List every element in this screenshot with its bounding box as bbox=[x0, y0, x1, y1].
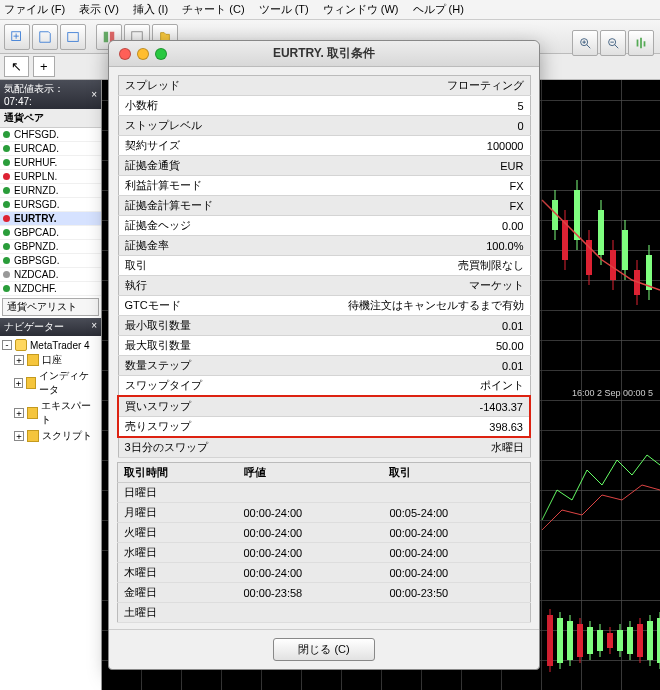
symbol-row[interactable]: EURSGD. bbox=[0, 198, 101, 212]
spec-value: 0.00 bbox=[261, 216, 530, 236]
quote-cell: 00:00-24:00 bbox=[238, 503, 384, 523]
menu-view[interactable]: 表示 (V) bbox=[79, 2, 119, 17]
spec-value: 0.01 bbox=[261, 356, 530, 376]
close-button[interactable]: 閉じる (C) bbox=[273, 638, 374, 661]
spec-value: 398.63 bbox=[261, 417, 530, 438]
direction-icon bbox=[3, 285, 10, 292]
spec-row: 証拠金計算モードFX bbox=[118, 196, 530, 216]
spec-key: ストップレベル bbox=[118, 116, 261, 136]
spec-row: 契約サイズ100000 bbox=[118, 136, 530, 156]
spec-key: 小数桁 bbox=[118, 96, 261, 116]
expand-icon[interactable]: + bbox=[14, 355, 24, 365]
dialog-titlebar[interactable]: EURTRY. 取引条件 bbox=[109, 41, 539, 67]
menu-help[interactable]: ヘルプ (H) bbox=[413, 2, 464, 17]
hours-row: 土曜日 bbox=[118, 603, 531, 623]
svg-rect-3 bbox=[68, 32, 79, 41]
nav-node[interactable]: +インディケータ bbox=[2, 368, 99, 398]
day-cell: 土曜日 bbox=[118, 603, 238, 623]
expand-icon[interactable]: + bbox=[14, 378, 23, 388]
nav-root[interactable]: -MetaTrader 4 bbox=[2, 338, 99, 352]
menu-tools[interactable]: ツール (T) bbox=[259, 2, 309, 17]
zoom-out-icon[interactable] bbox=[600, 30, 626, 56]
new-chart-icon[interactable] bbox=[4, 24, 30, 50]
nav-node[interactable]: +口座 bbox=[2, 352, 99, 368]
symbol-row[interactable]: EURCAD. bbox=[0, 142, 101, 156]
spec-key: 3日分のスワップ bbox=[118, 437, 261, 458]
spec-key: 証拠金率 bbox=[118, 236, 261, 256]
symbol-row[interactable]: NZDCAD. bbox=[0, 268, 101, 282]
col-time: 取引時間 bbox=[118, 463, 238, 483]
menu-insert[interactable]: 挿入 (I) bbox=[133, 2, 168, 17]
expand-icon[interactable]: + bbox=[14, 408, 24, 418]
symbol-row[interactable]: GBPCAD. bbox=[0, 226, 101, 240]
menu-chart[interactable]: チャート (C) bbox=[182, 2, 244, 17]
symbol-name: NZDCAD. bbox=[14, 269, 58, 280]
spec-value: ポイント bbox=[261, 376, 530, 397]
spec-value: 水曜日 bbox=[261, 437, 530, 458]
spec-key: 利益計算モード bbox=[118, 176, 261, 196]
folder-icon bbox=[27, 354, 39, 366]
trade-cell: 00:00-24:00 bbox=[383, 543, 530, 563]
symbol-list: CHFSGD.EURCAD.EURHUF.EURPLN.EURNZD.EURSG… bbox=[0, 128, 101, 296]
trade-cell: 00:05-24:00 bbox=[383, 503, 530, 523]
spec-value: FX bbox=[261, 176, 530, 196]
chart-type-icon[interactable] bbox=[628, 30, 654, 56]
spec-value: 100.0% bbox=[261, 236, 530, 256]
day-cell: 金曜日 bbox=[118, 583, 238, 603]
symbol-name: EURPLN. bbox=[14, 171, 57, 182]
hours-header-row: 取引時間呼値取引 bbox=[118, 463, 531, 483]
trade-cell bbox=[383, 483, 530, 503]
symbol-row[interactable]: NZDCHF. bbox=[0, 282, 101, 296]
save-icon[interactable] bbox=[32, 24, 58, 50]
hours-row: 日曜日 bbox=[118, 483, 531, 503]
spec-value: -1403.37 bbox=[261, 396, 530, 417]
direction-icon bbox=[3, 257, 10, 264]
spec-row: 証拠金ヘッジ0.00 bbox=[118, 216, 530, 236]
trading-hours-table: 取引時間呼値取引日曜日月曜日00:00-24:0000:05-24:00火曜日0… bbox=[117, 462, 531, 623]
quote-cell bbox=[238, 603, 384, 623]
spec-table: スプレッドフローティング小数桁5ストップレベル0契約サイズ100000証拠金通貨… bbox=[117, 75, 531, 458]
direction-icon bbox=[3, 131, 10, 138]
symbol-name: EURHUF. bbox=[14, 157, 57, 168]
symbol-row[interactable]: EURNZD. bbox=[0, 184, 101, 198]
spec-row: 執行マーケット bbox=[118, 276, 530, 296]
direction-icon bbox=[3, 201, 10, 208]
profile-icon[interactable] bbox=[60, 24, 86, 50]
market-watch-close-icon[interactable]: × bbox=[91, 89, 97, 100]
folder-icon bbox=[27, 407, 39, 419]
menu-window[interactable]: ウィンドウ (W) bbox=[323, 2, 399, 17]
spec-value: EUR bbox=[261, 156, 530, 176]
cursor-icon[interactable]: ↖ bbox=[4, 56, 29, 77]
spec-key: 取引 bbox=[118, 256, 261, 276]
zoom-in-icon[interactable] bbox=[572, 30, 598, 56]
symbol-row[interactable]: EURPLN. bbox=[0, 170, 101, 184]
symbol-row[interactable]: EURHUF. bbox=[0, 156, 101, 170]
symbol-row[interactable]: GBPNZD. bbox=[0, 240, 101, 254]
spec-row: 利益計算モードFX bbox=[118, 176, 530, 196]
direction-icon bbox=[3, 145, 10, 152]
symbol-row[interactable]: CHFSGD. bbox=[0, 128, 101, 142]
spec-value: 待機注文はキャンセルするまで有効 bbox=[261, 296, 530, 316]
svg-rect-15 bbox=[640, 38, 642, 49]
trade-cell: 00:00-24:00 bbox=[383, 563, 530, 583]
direction-icon bbox=[3, 271, 10, 278]
crosshair-icon[interactable]: + bbox=[33, 56, 55, 77]
symbol-name: GBPCAD. bbox=[14, 227, 59, 238]
mt4-icon bbox=[15, 339, 27, 351]
quote-cell: 00:00-24:00 bbox=[238, 543, 384, 563]
menu-file[interactable]: ファイル (F) bbox=[4, 2, 65, 17]
spec-key: GTCモード bbox=[118, 296, 261, 316]
navigator-close-icon[interactable]: × bbox=[91, 320, 97, 334]
nav-node[interactable]: +エキスパート bbox=[2, 398, 99, 428]
spec-value: 売買制限なし bbox=[261, 256, 530, 276]
svg-rect-14 bbox=[637, 40, 639, 47]
nav-node[interactable]: +スクリプト bbox=[2, 428, 99, 444]
spec-key: 契約サイズ bbox=[118, 136, 261, 156]
pair-list-tab[interactable]: 通貨ペアリスト bbox=[2, 298, 99, 316]
symbol-row[interactable]: EURTRY. bbox=[0, 212, 101, 226]
quote-cell: 00:00-24:00 bbox=[238, 563, 384, 583]
chart-time-label: 16:00 2 Sep 00:00 5 bbox=[572, 388, 653, 398]
expand-icon[interactable]: + bbox=[14, 431, 24, 441]
symbol-row[interactable]: GBPSGD. bbox=[0, 254, 101, 268]
expand-icon[interactable]: - bbox=[2, 340, 12, 350]
